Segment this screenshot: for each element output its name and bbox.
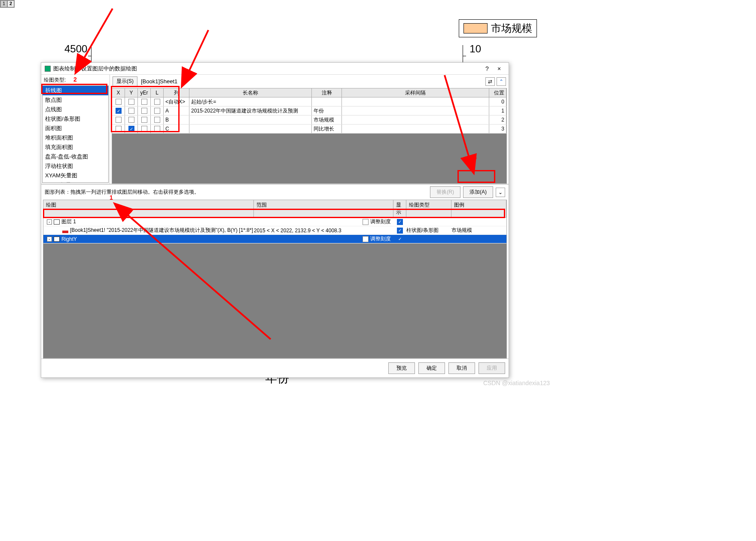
col-y[interactable]: Y — [125, 88, 138, 97]
tree-row[interactable]: -RightY调整刻度✓ — [43, 235, 506, 243]
checkbox-x[interactable] — [112, 125, 125, 133]
layer-tab-1[interactable]: 1 — [0, 0, 7, 7]
cell-pos: 1 — [489, 106, 506, 115]
checkbox-l[interactable] — [151, 97, 164, 106]
col-column[interactable]: 列 — [164, 88, 189, 97]
show-checkbox[interactable]: ✓ — [397, 236, 403, 242]
checkbox-yer[interactable] — [138, 106, 151, 115]
col-l[interactable]: L — [151, 88, 164, 97]
legend-cell: 市场规模 — [451, 227, 506, 234]
checkbox-l[interactable] — [151, 125, 164, 133]
app-icon — [45, 66, 51, 72]
hdr-type[interactable]: 绘图类型 — [406, 200, 451, 217]
checkbox-y[interactable] — [125, 106, 138, 115]
plot-type-area[interactable]: 面积图 — [43, 124, 108, 133]
axis-line-right — [463, 45, 463, 62]
y-axis-right-tick: 10 — [469, 43, 481, 55]
replace-button[interactable]: 替换(R) — [430, 186, 460, 198]
tree-row[interactable]: [Book1]Sheet1! "2015-2022年中国隧道建设市场规模统计及预… — [43, 226, 506, 235]
checkbox-x[interactable] — [112, 97, 125, 106]
checkbox-yer[interactable] — [138, 125, 151, 133]
plot-setup-dialog: 图表绘制：设置图层中的数据绘图 ? × 绘图类型: 折线图 散点图 点线图 柱状… — [41, 62, 509, 378]
tree-row[interactable]: -图层 1调整刻度✓ — [43, 218, 506, 226]
swap-button[interactable]: ⇄ — [485, 77, 495, 86]
layer-tabs: 1 2 — [0, 0, 15, 8]
tree-label: RightY — [61, 236, 77, 242]
plot-type-floatbar[interactable]: 浮动柱状图 — [43, 161, 108, 171]
expand-button[interactable]: ⌄ — [496, 188, 505, 197]
plot-type-bar[interactable]: 柱状图/条形图 — [43, 114, 108, 124]
book-sheet-label: [Book1]Sheet1 — [141, 78, 177, 85]
data-panel: 显示(S) [Book1]Sheet1 ⇄ ⌃ X Y yEr L 列 长名称 … — [110, 75, 509, 184]
mid-bar: 图形列表：拖拽第一列进行重排或图层间移动。右击获得更多选项。 替换(R) 添加(… — [41, 184, 509, 200]
plot-type-line[interactable]: 折线图 — [43, 86, 108, 95]
close-button[interactable]: × — [493, 64, 505, 74]
layer-tab-2[interactable]: 2 — [7, 0, 14, 7]
show-checkbox[interactable]: ✓ — [397, 219, 403, 225]
graph-tree[interactable]: -图层 1调整刻度✓[Book1]Sheet1! "2015-2022年中国隧道… — [43, 218, 507, 359]
hdr-range[interactable]: 范围 — [254, 200, 393, 217]
show-checkbox[interactable]: ✓ — [397, 228, 403, 234]
checkbox-y[interactable] — [125, 97, 138, 106]
cell-ann: 同比增长 — [312, 125, 342, 133]
plot-type-list[interactable]: 折线图 散点图 点线图 柱状图/条形图 面积图 堆积面积图 填充面积图 盘高-盘… — [42, 85, 109, 183]
col-longname[interactable]: 长名称 — [189, 88, 312, 97]
collapse-button[interactable]: ⌃ — [497, 77, 506, 86]
help-button[interactable]: ? — [481, 64, 493, 74]
apply-button[interactable]: 应用 — [479, 362, 505, 374]
col-sampling[interactable]: 采样间隔 — [342, 88, 489, 97]
plot-type-scatter[interactable]: 散点图 — [43, 95, 108, 105]
column-grid: X Y yEr L 列 长名称 注释 采样间隔 位置 <自动X>起始/步长=0✓… — [112, 88, 507, 184]
graph-list-header: 绘图 范围 显示 绘图类型 图例 — [43, 200, 507, 218]
checkbox-x[interactable]: ✓ — [112, 106, 125, 115]
plot-type-hilo[interactable]: 盘高-盘低-收盘图 — [43, 152, 108, 161]
checkbox-x[interactable] — [112, 115, 125, 124]
add-button[interactable]: 添加(A) — [463, 186, 493, 198]
col-comment[interactable]: 注释 — [312, 88, 342, 97]
tree-toggle[interactable]: - — [47, 219, 52, 225]
graph-list-hint: 图形列表：拖拽第一列进行重排或图层间移动。右击获得更多选项。 — [45, 188, 199, 196]
col-position[interactable]: 位置 — [489, 88, 506, 97]
grid-row[interactable]: ✓C同比增长3 — [112, 125, 506, 134]
checkbox-y[interactable] — [125, 115, 138, 124]
checkbox-yer[interactable] — [138, 115, 151, 124]
hdr-show[interactable]: 显示 — [393, 200, 406, 217]
plot-type-panel: 绘图类型: 折线图 散点图 点线图 柱状图/条形图 面积图 堆积面积图 填充面积… — [41, 75, 110, 184]
show-bar: 显示(S) [Book1]Sheet1 ⇄ ⌃ — [110, 75, 509, 88]
watermark: CSDN @xiatiandexia123 — [483, 380, 550, 386]
cell-ann — [312, 97, 342, 106]
upper-panel: 绘图类型: 折线图 散点图 点线图 柱状图/条形图 面积图 堆积面积图 填充面积… — [41, 75, 509, 184]
hdr-plot[interactable]: 绘图 — [43, 200, 254, 217]
plot-type-xyxy[interactable]: XYXY矢量图 — [43, 180, 108, 183]
y-axis-left-tick: 4500 — [64, 43, 87, 55]
checkbox-yer[interactable] — [138, 97, 151, 106]
cell-samp — [342, 125, 489, 133]
cell-ann: 市场规模 — [312, 115, 342, 124]
dialog-title: 图表绘制：设置图层中的数据绘图 — [53, 65, 481, 73]
cell-lname: 2015-2022年中国隧道建设市场规模统计及预测 — [189, 106, 312, 115]
checkbox-l[interactable] — [151, 106, 164, 115]
plot-type-fillarea[interactable]: 填充面积图 — [43, 143, 108, 152]
ok-button[interactable]: 确定 — [418, 362, 445, 374]
col-x[interactable]: X — [112, 88, 125, 97]
plot-type-xyam[interactable]: XYAM矢量图 — [43, 171, 108, 180]
checkbox-l[interactable] — [151, 115, 164, 124]
show-button[interactable]: 显示(S) — [113, 76, 137, 86]
plot-type-lineplus[interactable]: 点线图 — [43, 105, 108, 114]
cell-samp — [342, 97, 489, 106]
grid-row[interactable]: ✓A2015-2022年中国隧道建设市场规模统计及预测年份1 — [112, 106, 506, 115]
layer-icon — [54, 237, 60, 242]
preview-button[interactable]: 预览 — [388, 362, 415, 374]
checkbox-y[interactable]: ✓ — [125, 125, 138, 133]
rescale-checkbox[interactable] — [363, 236, 369, 242]
grid-row[interactable]: <自动X>起始/步长=0 — [112, 97, 506, 106]
hdr-legend[interactable]: 图例 — [451, 200, 506, 217]
axis-tick-right — [463, 56, 466, 56]
plot-type-stackarea[interactable]: 堆积面积图 — [43, 133, 108, 143]
tree-toggle[interactable]: - — [47, 237, 52, 242]
cancel-button[interactable]: 取消 — [448, 362, 475, 374]
grid-row[interactable]: B市场规模2 — [112, 115, 506, 125]
col-yer[interactable]: yEr — [138, 88, 151, 97]
rescale-checkbox[interactable] — [363, 219, 369, 225]
rescale-label: 调整刻度 — [370, 235, 391, 243]
